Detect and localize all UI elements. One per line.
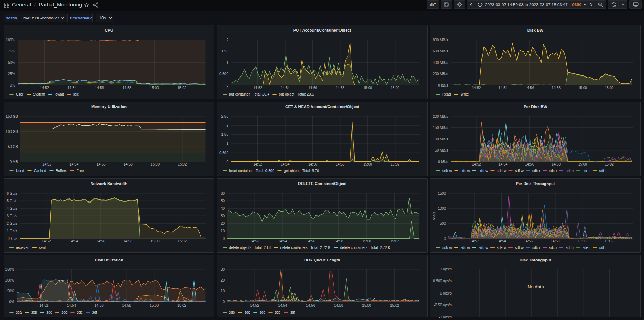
svg-text:15:00: 15:00: [362, 239, 371, 243]
svg-text:0: 0: [223, 237, 225, 241]
svg-text:14:58: 14:58: [335, 162, 344, 166]
svg-text:0 kB/s: 0 kB/s: [438, 160, 448, 164]
svg-text:0 MB: 0 MB: [10, 160, 18, 164]
svg-text:0%: 0%: [10, 83, 15, 87]
svg-text:5 Gb/s: 5 Gb/s: [7, 199, 17, 203]
svg-text:14:58: 14:58: [124, 162, 133, 166]
svg-text:-0.50 ops/s: -0.50 ops/s: [434, 303, 452, 307]
svg-text:14:54: 14:54: [69, 162, 78, 166]
svg-text:14:54: 14:54: [498, 86, 507, 90]
svg-text:15:00: 15:00: [151, 162, 160, 166]
svg-text:15:02: 15:02: [390, 86, 399, 90]
svg-text:14:52: 14:52: [470, 239, 479, 243]
svg-text:25%: 25%: [8, 72, 15, 76]
svg-text:150 GB: 150 GB: [6, 115, 18, 119]
svg-text:50 MB/s: 50 MB/s: [435, 148, 448, 152]
svg-text:600 MB/s: 600 MB/s: [433, 49, 448, 53]
svg-text:1.50: 1.50: [221, 49, 229, 53]
svg-text:20: 20: [221, 222, 225, 226]
svg-text:14:56: 14:56: [96, 162, 105, 166]
svg-text:14:56: 14:56: [308, 162, 317, 166]
svg-text:14:54: 14:54: [69, 239, 78, 243]
svg-text:14:58: 14:58: [552, 162, 561, 166]
svg-text:0%: 0%: [9, 300, 15, 304]
svg-text:15:02: 15:02: [177, 86, 186, 90]
svg-text:14:52: 14:52: [253, 86, 262, 90]
svg-text:500: 500: [440, 222, 446, 226]
svg-text:14:52: 14:52: [472, 86, 481, 90]
svg-text:0.500 ops/s: 0.500 ops/s: [433, 279, 452, 283]
svg-text:200 MB/s: 200 MB/s: [433, 115, 448, 119]
svg-text:1: 1: [226, 142, 228, 145]
svg-text:10: 10: [221, 229, 225, 233]
svg-text:150%: 150%: [5, 268, 14, 272]
svg-text:1 Gb/s: 1 Gb/s: [7, 229, 17, 233]
svg-text:14:56: 14:56: [308, 86, 317, 90]
svg-text:14:54: 14:54: [67, 303, 76, 307]
svg-text:100%: 100%: [6, 38, 15, 42]
svg-text:15:02: 15:02: [605, 86, 614, 90]
svg-text:-1 ops/s: -1 ops/s: [439, 315, 452, 318]
svg-text:15:02: 15:02: [177, 303, 186, 307]
svg-text:0.500: 0.500: [219, 72, 228, 76]
svg-text:ops/s: ops/s: [432, 212, 436, 220]
svg-text:14:56: 14:56: [525, 86, 534, 90]
svg-text:14:54: 14:54: [280, 162, 289, 166]
svg-text:14:54: 14:54: [278, 239, 287, 243]
svg-text:14:52: 14:52: [250, 303, 259, 307]
svg-text:14:52: 14:52: [472, 162, 481, 166]
svg-text:40: 40: [221, 207, 225, 210]
svg-text:15:00: 15:00: [578, 162, 587, 166]
svg-text:30: 30: [221, 214, 225, 218]
svg-text:60: 60: [221, 191, 225, 195]
svg-text:100 GB: 100 GB: [6, 130, 18, 134]
svg-text:14:58: 14:58: [552, 86, 561, 90]
svg-text:14:52: 14:52: [40, 86, 49, 90]
svg-text:0: 0: [226, 160, 228, 164]
svg-text:15:00: 15:00: [363, 162, 372, 166]
svg-text:No data: No data: [527, 284, 544, 289]
svg-text:14:54: 14:54: [278, 303, 287, 307]
svg-text:400 MB/s: 400 MB/s: [433, 61, 448, 65]
svg-text:15:02: 15:02: [605, 162, 614, 166]
svg-text:100%: 100%: [5, 278, 14, 282]
svg-text:14:56: 14:56: [524, 239, 533, 243]
svg-text:0: 0: [226, 83, 228, 87]
svg-text:2.50: 2.50: [221, 115, 229, 119]
svg-text:14:52: 14:52: [39, 303, 48, 307]
svg-text:14:56: 14:56: [95, 303, 104, 307]
svg-text:800 MB/s: 800 MB/s: [433, 38, 448, 42]
svg-text:2: 2: [226, 38, 228, 42]
svg-text:30: 30: [221, 268, 225, 272]
svg-text:20: 20: [221, 278, 225, 282]
svg-text:15:00: 15:00: [150, 86, 159, 90]
svg-text:3 Gb/s: 3 Gb/s: [7, 214, 17, 218]
svg-text:0 kb/s: 0 kb/s: [8, 237, 17, 241]
svg-text:15:02: 15:02: [178, 162, 187, 166]
svg-text:15:00: 15:00: [578, 86, 587, 90]
svg-text:1: 1: [226, 61, 228, 65]
svg-text:15:02: 15:02: [390, 162, 399, 166]
svg-text:14:58: 14:58: [334, 239, 343, 243]
svg-text:15:02: 15:02: [390, 239, 399, 243]
svg-text:150 MB/s: 150 MB/s: [433, 126, 448, 130]
svg-text:50 GB: 50 GB: [8, 145, 18, 149]
svg-text:0: 0: [223, 300, 225, 304]
svg-text:0 ops/s: 0 ops/s: [440, 291, 452, 295]
svg-text:14:52: 14:52: [250, 239, 259, 243]
svg-text:15:00: 15:00: [577, 239, 586, 243]
svg-text:15:00: 15:00: [150, 303, 159, 307]
svg-text:2: 2: [226, 124, 228, 127]
svg-text:14:58: 14:58: [122, 303, 131, 307]
svg-text:15:00: 15:00: [363, 86, 372, 90]
svg-text:14:52: 14:52: [253, 162, 262, 166]
svg-text:14:56: 14:56: [95, 86, 104, 90]
svg-text:15:02: 15:02: [390, 303, 399, 307]
svg-text:14:58: 14:58: [334, 303, 343, 307]
svg-text:1.50: 1.50: [221, 133, 229, 136]
svg-text:14:54: 14:54: [67, 86, 76, 90]
svg-text:100 MB/s: 100 MB/s: [433, 137, 448, 141]
svg-text:1500: 1500: [438, 191, 446, 195]
svg-text:14:58: 14:58: [551, 239, 559, 243]
svg-text:6 Gb/s: 6 Gb/s: [7, 191, 17, 195]
